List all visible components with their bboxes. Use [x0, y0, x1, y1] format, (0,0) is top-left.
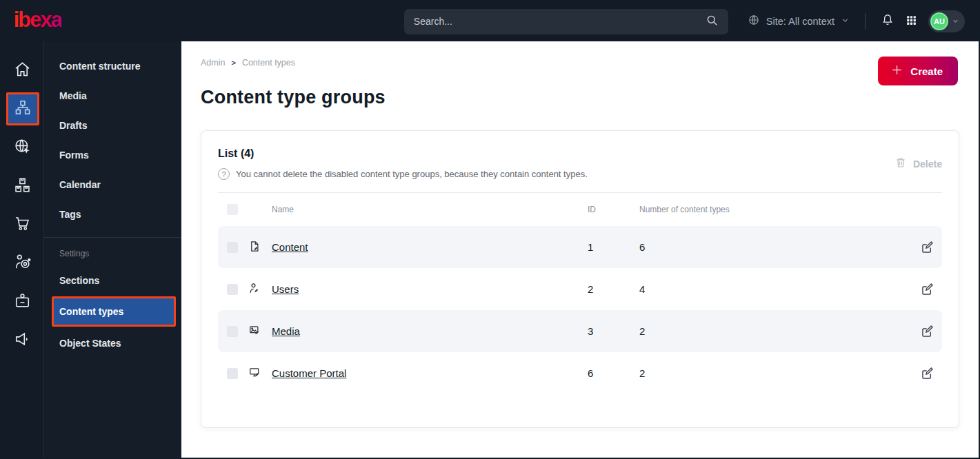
app-window: ibexa Site: All context	[0, 0, 980, 459]
trash-icon	[894, 156, 907, 171]
globe-icon	[748, 14, 760, 29]
sidebar-item-content-types[interactable]: Content types	[52, 296, 176, 327]
search-icon[interactable]	[706, 14, 719, 30]
table-header: Name ID Number of content types	[218, 193, 942, 226]
sidebar-item-drafts[interactable]: Drafts	[44, 110, 181, 140]
create-button-label: Create	[910, 65, 943, 77]
list-title: List (4)	[218, 147, 588, 160]
list-card: List (4) ? You cannot delete the disable…	[201, 130, 959, 428]
user-menu-chevron-icon	[952, 15, 959, 28]
group-id: 6	[588, 367, 639, 379]
edit-row-button[interactable]	[912, 240, 942, 254]
edit-row-button[interactable]	[912, 324, 942, 338]
group-link-content[interactable]: Content	[272, 241, 588, 253]
create-button[interactable]: Create	[878, 57, 958, 85]
ibexa-logo[interactable]: ibexa	[14, 8, 61, 35]
group-id: 3	[588, 325, 639, 337]
rail-item-admin[interactable]	[6, 285, 39, 318]
product-boxes-icon	[13, 176, 32, 197]
edit-row-button[interactable]	[912, 282, 942, 296]
rail-item-product-catalog[interactable]	[6, 170, 39, 203]
site-context-label: Site: All context	[766, 16, 834, 27]
rail-item-commerce[interactable]	[6, 208, 39, 241]
column-header-count: Number of content types	[639, 205, 912, 214]
delete-button-label: Delete	[913, 159, 942, 170]
app-switcher-grid-icon[interactable]	[906, 14, 917, 29]
search-input[interactable]	[414, 16, 706, 27]
column-header-name: Name	[272, 205, 588, 214]
row-checkbox[interactable]	[227, 284, 238, 295]
chevron-down-icon	[841, 15, 850, 28]
sidebar-section-settings: Settings	[44, 238, 181, 265]
sidebar-item-forms[interactable]: Forms	[44, 140, 181, 170]
row-checkbox[interactable]	[227, 242, 238, 253]
breadcrumb-current: Content types	[242, 58, 295, 68]
home-icon	[13, 60, 32, 81]
group-count: 2	[639, 367, 912, 379]
person-target-icon	[13, 252, 32, 274]
breadcrumb: Admin > Content types	[201, 58, 958, 68]
monitor-edit-icon	[248, 366, 272, 381]
delete-button[interactable]: Delete	[894, 156, 942, 171]
table-row: Content 1 6	[218, 226, 942, 268]
edit-row-button[interactable]	[912, 366, 942, 380]
rail-item-personalization[interactable]	[6, 247, 39, 280]
menu-sidebar: Content structure Media Drafts Forms Cal…	[44, 41, 181, 458]
user-menu[interactable]: AU	[928, 10, 965, 32]
rail-item-content[interactable]	[6, 92, 39, 125]
sidebar-item-content-structure[interactable]: Content structure	[44, 51, 181, 81]
site-context-dropdown[interactable]: Site: All context	[748, 14, 850, 29]
group-link-customer-portal[interactable]: Customer Portal	[272, 367, 588, 379]
site-globe-cursor-icon	[13, 137, 32, 159]
topbar: ibexa Site: All context	[1, 1, 979, 41]
group-id: 2	[588, 283, 639, 295]
icon-rail	[1, 41, 44, 458]
table-row: Customer Portal 6 2	[218, 352, 942, 394]
breadcrumb-separator: >	[231, 59, 235, 67]
topbar-right-controls: Site: All context AU	[748, 10, 965, 32]
list-info-text: You cannot delete the disabled content t…	[236, 169, 588, 179]
group-count: 4	[639, 283, 912, 295]
topbar-divider	[865, 13, 866, 30]
rail-item-site[interactable]	[6, 131, 39, 164]
global-search[interactable]	[404, 9, 728, 34]
group-count: 2	[639, 325, 912, 337]
sidebar-item-media[interactable]: Media	[44, 81, 181, 110]
main-content: Admin > Content types Create Content typ…	[181, 41, 979, 458]
sidebar-item-object-states[interactable]: Object States	[44, 328, 181, 358]
row-checkbox[interactable]	[227, 368, 238, 379]
rail-item-dashboard[interactable]	[6, 54, 39, 87]
page-title: Content type groups	[201, 87, 958, 108]
sidebar-item-calendar[interactable]: Calendar	[44, 170, 181, 199]
group-count: 6	[639, 241, 912, 253]
image-edit-icon	[248, 324, 272, 339]
id-badge-icon	[13, 292, 32, 313]
column-header-id: ID	[588, 205, 639, 214]
sidebar-item-tags[interactable]: Tags	[44, 199, 181, 229]
content-structure-sitemap-icon	[14, 99, 32, 119]
group-link-media[interactable]: Media	[272, 325, 588, 337]
notifications-bell-icon[interactable]	[881, 13, 894, 30]
rail-item-marketing[interactable]	[6, 324, 39, 357]
document-edit-icon	[248, 240, 272, 255]
megaphone-icon	[13, 330, 32, 351]
table-row: Media 3 2	[218, 310, 942, 352]
breadcrumb-admin[interactable]: Admin	[201, 58, 225, 68]
group-link-users[interactable]: Users	[272, 283, 588, 295]
plus-icon	[890, 63, 903, 79]
select-all-checkbox[interactable]	[227, 204, 238, 215]
avatar: AU	[930, 12, 948, 30]
group-id: 1	[588, 241, 639, 253]
shopping-cart-icon	[13, 214, 32, 236]
help-question-icon: ?	[218, 168, 230, 180]
row-checkbox[interactable]	[227, 326, 238, 337]
table-row: Users 2 4	[218, 268, 942, 310]
sidebar-item-sections[interactable]: Sections	[44, 265, 181, 295]
user-edit-icon	[248, 282, 272, 297]
